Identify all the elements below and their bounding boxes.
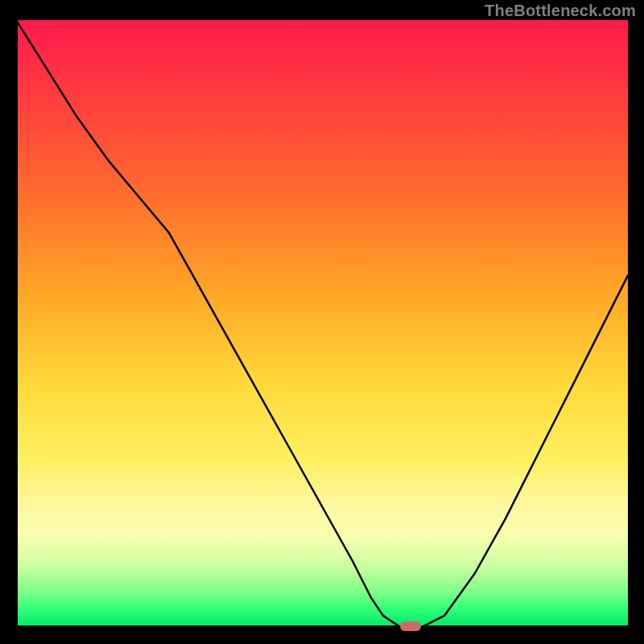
optimal-point-marker: [400, 621, 421, 631]
watermark-text: TheBottleneck.com: [485, 2, 636, 20]
left-axis-line: [16, 20, 18, 628]
chart-stage: TheBottleneck.com: [0, 0, 644, 644]
plot-area: [16, 20, 628, 628]
bottleneck-curve: [16, 20, 628, 628]
x-axis-line: [16, 625, 628, 628]
